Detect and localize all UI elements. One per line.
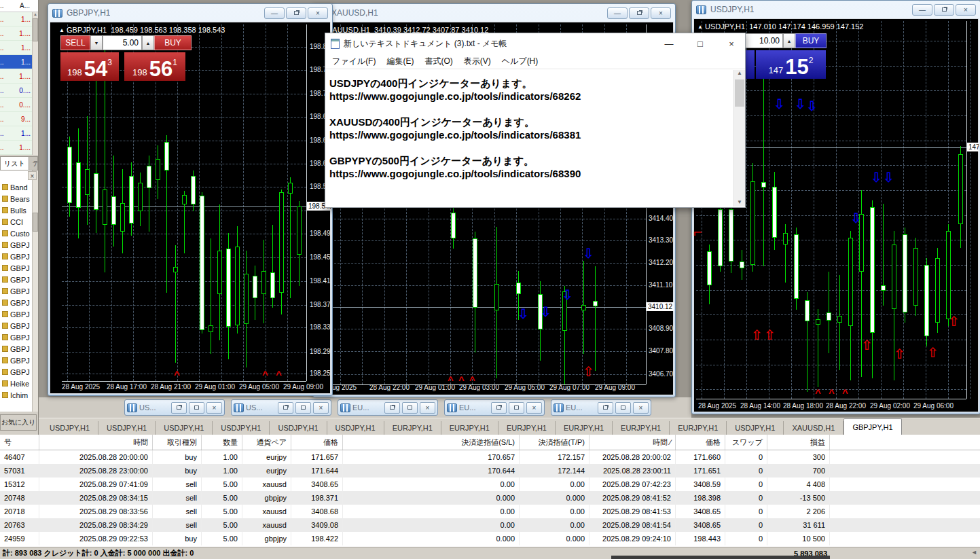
minimized-chart-window[interactable]: US...× [231, 399, 331, 416]
volume-down-icon[interactable]: ▼ [90, 35, 103, 50]
navigator-item[interactable]: Ichim [0, 389, 32, 401]
navigator-item[interactable]: Bulls [0, 204, 32, 216]
column-header[interactable]: 価格 [676, 435, 725, 450]
table-row[interactable]: 570312025.08.28 23:00:00buy1.00eurjpy171… [0, 464, 980, 477]
tab-scroll-left-icon[interactable]: ◄ [971, 549, 977, 556]
window-restore-button[interactable] [278, 402, 293, 414]
market-watch-header[interactable]: .. A... [0, 0, 38, 12]
restore-button[interactable] [286, 7, 306, 19]
column-header[interactable]: 時間 ∕ [589, 435, 676, 450]
navigator-item[interactable]: Custo [0, 228, 32, 239]
chart-tab[interactable]: USDJPY,H1 [41, 421, 98, 435]
buy-price-display[interactable]: 198561 [124, 52, 185, 81]
window-close-button[interactable]: × [633, 402, 649, 414]
table-row[interactable]: 207182025.08.29 08:33:56sell5.00xauusd34… [0, 505, 980, 518]
navigator-item[interactable]: GBPJ [0, 320, 32, 331]
menu-item[interactable]: 書式(O) [419, 56, 458, 67]
chart-tab[interactable]: EURJPY,H1 [670, 421, 727, 435]
chart-tab[interactable]: EURJPY,H1 [556, 421, 613, 435]
volume-up-icon[interactable]: ▲ [783, 33, 795, 48]
scrollbar-thumb[interactable] [735, 79, 744, 107]
minimized-chart-window[interactable]: EU...× [444, 399, 545, 416]
market-watch-scrollbar[interactable]: ▲ [32, 12, 38, 155]
close-icon[interactable]: × [28, 171, 37, 180]
notepad-scrollbar[interactable]: ▲ ▼ [733, 70, 745, 206]
navigator-item[interactable]: GBPJ [0, 331, 32, 343]
buy-price-display[interactable]: 147152 [756, 50, 826, 79]
notepad-titlebar[interactable]: 新しいテキストドキュメント (3).txt - メモ帳 — □ × [325, 33, 745, 54]
close-button[interactable]: × [308, 7, 328, 19]
column-header[interactable]: 決済指値(T/P) [520, 435, 589, 450]
column-header[interactable]: 数量 [202, 435, 242, 450]
tab-list[interactable]: リスト [0, 156, 29, 170]
column-header[interactable]: 取引種別 [153, 435, 202, 450]
window-restore-button[interactable] [171, 402, 187, 414]
chart-tab[interactable]: USDJPY,H1 [213, 421, 270, 435]
navigator-item[interactable]: GBPJ [0, 366, 32, 378]
sell-button[interactable]: SELL [60, 35, 90, 50]
navigator-item[interactable]: GBPJ [0, 297, 32, 308]
window-restore-button[interactable] [598, 402, 613, 414]
chart-area[interactable]: ▲ GBPJPY,H1 198.459 198.563 198.358 198.… [50, 22, 331, 394]
menu-item[interactable]: ファイル(F) [327, 56, 381, 67]
restore-button[interactable] [934, 4, 954, 16]
chart-tab[interactable]: USDJPY,H1 [327, 421, 384, 435]
window-maximize-button[interactable] [189, 402, 204, 414]
scrollbar-thumb[interactable] [33, 18, 38, 41]
window-titlebar[interactable]: GBPJPY,H1 — × [48, 4, 332, 22]
sell-price-display[interactable]: 198543 [60, 52, 119, 81]
navigator-item[interactable]: Bears [0, 193, 32, 204]
close-button[interactable]: × [956, 4, 976, 16]
column-header[interactable]: 号 [0, 435, 39, 450]
column-header[interactable]: 損益 [767, 435, 830, 450]
window-maximize-button[interactable] [295, 402, 311, 414]
horizontal-scrollbar[interactable] [611, 556, 830, 559]
tab-favorites[interactable]: お気に入り [0, 414, 37, 431]
window-titlebar[interactable]: XAUUSD,H1 — × [313, 4, 675, 22]
chart-tab[interactable]: USDJPY,H1 [98, 421, 156, 435]
buy-button[interactable]: BUY [795, 33, 827, 48]
chart-tab[interactable]: XAUUSD,H1 [784, 421, 843, 435]
column-header[interactable]: 価格 [291, 435, 343, 450]
volume-up-icon[interactable]: ▲ [142, 35, 154, 50]
navigator-scrollbar[interactable] [32, 170, 38, 412]
volume-input[interactable]: 10.00 [744, 33, 783, 48]
navigator-item[interactable]: Heike [0, 378, 32, 389]
minimize-button[interactable]: — [607, 7, 628, 19]
minimize-button[interactable]: — [912, 4, 932, 16]
chart-tab[interactable]: USDJPY,H1 [727, 421, 784, 435]
collapse-icon[interactable]: ▲ [697, 24, 703, 30]
tab-tick[interactable]: ティ [29, 156, 38, 170]
restore-button[interactable] [629, 7, 649, 19]
minimize-button[interactable]: — [264, 7, 285, 19]
chart-tab[interactable]: EURJPY,H1 [441, 421, 498, 435]
navigator-item[interactable]: Band [0, 181, 32, 193]
navigator-item[interactable]: GBPJ [0, 355, 32, 366]
window-restore-button[interactable] [384, 402, 400, 414]
menu-item[interactable]: 表示(V) [458, 56, 496, 67]
navigator-item[interactable]: CCI [0, 216, 32, 228]
window-close-button[interactable]: × [313, 402, 329, 414]
menu-item[interactable]: ヘルプ(H) [496, 56, 544, 67]
chart-tab[interactable]: GBPJPY,H1 [843, 418, 901, 435]
navigator-item[interactable]: GBPJ [0, 262, 32, 274]
minimized-chart-window[interactable]: EU...× [551, 399, 651, 416]
collapse-icon[interactable]: ▲ [59, 27, 65, 33]
navigator-item[interactable]: GBPJ [0, 239, 32, 251]
navigator-item[interactable]: GBPJ [0, 308, 32, 320]
window-close-button[interactable]: × [526, 402, 542, 414]
close-button[interactable]: × [718, 33, 745, 54]
chart-tab[interactable]: EURJPY,H1 [613, 421, 670, 435]
maximize-button[interactable]: □ [687, 33, 714, 54]
scroll-down-icon[interactable]: ▼ [734, 199, 745, 205]
chart-tab[interactable]: USDJPY,H1 [270, 421, 327, 435]
chart-tab[interactable]: USDJPY,H1 [156, 421, 213, 435]
window-close-button[interactable]: × [420, 402, 435, 414]
buy-button[interactable]: BUY [154, 35, 192, 50]
window-close-button[interactable]: × [206, 402, 222, 414]
window-titlebar[interactable]: USDJPY,H1 — × [692, 1, 980, 18]
window-maximize-button[interactable] [402, 402, 418, 414]
minimized-chart-window[interactable]: EU...× [338, 399, 438, 416]
navigator-item[interactable]: GBPJ [0, 274, 32, 285]
column-header[interactable]: 決済逆指値(S/L) [343, 435, 520, 450]
